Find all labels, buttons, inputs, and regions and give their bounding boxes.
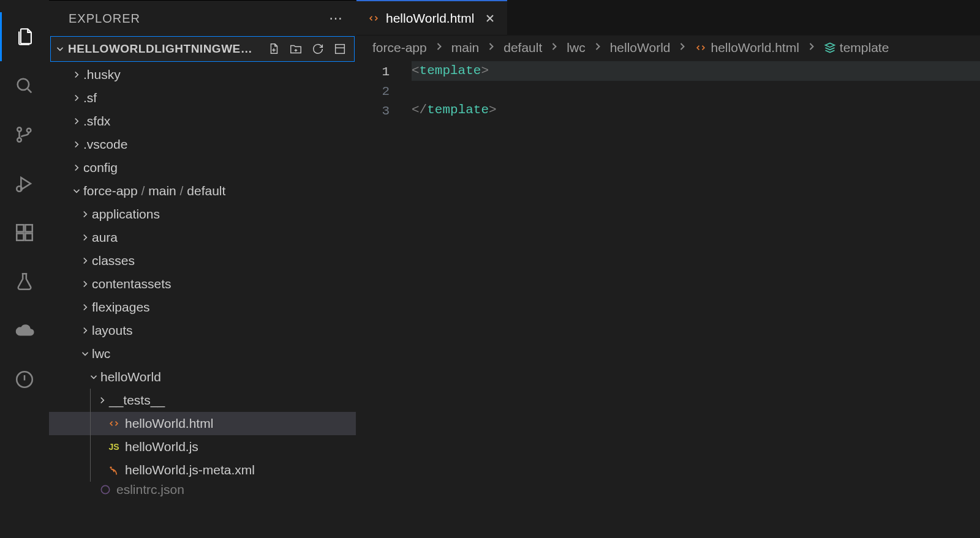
line-number: 3 — [356, 102, 405, 121]
svg-rect-5 — [17, 225, 23, 231]
code-line[interactable] — [412, 81, 980, 100]
project-actions — [267, 42, 350, 56]
html-icon — [695, 42, 707, 54]
svg-point-12 — [101, 485, 109, 493]
svg-point-0 — [17, 79, 28, 90]
file-icon — [99, 484, 111, 496]
chevron-right-icon — [485, 40, 497, 56]
file-tree: .husky.sf.sfdx.vscodeconfigforce-app / m… — [49, 62, 356, 538]
files-icon — [15, 26, 36, 47]
tree-folder[interactable]: .vscode — [49, 133, 356, 156]
tree-folder[interactable]: aura — [49, 226, 356, 249]
branch-icon — [14, 124, 35, 145]
svg-rect-7 — [17, 233, 23, 240]
svg-point-1 — [17, 127, 21, 132]
chevron-right-icon — [548, 40, 560, 56]
tree-folder[interactable]: helloWorld — [49, 365, 356, 389]
breadcrumb-item[interactable]: force-app — [372, 40, 427, 55]
tree-folder[interactable]: applications — [49, 203, 356, 226]
tree-folder[interactable]: .husky — [49, 63, 356, 86]
chevron-right-icon — [676, 40, 688, 56]
chevron-right-icon — [805, 40, 818, 56]
svg-rect-10 — [336, 45, 345, 54]
tab-active[interactable]: helloWorld.html — [356, 0, 507, 35]
activity-scm[interactable] — [0, 110, 49, 159]
flask-icon — [14, 271, 35, 292]
tree-file[interactable]: JShelloWorld.js — [49, 435, 356, 458]
breadcrumb-item[interactable]: main — [451, 40, 480, 55]
new-folder-icon[interactable] — [289, 42, 303, 56]
tree-folder[interactable]: contentassets — [49, 272, 356, 296]
activity-search[interactable] — [0, 61, 49, 110]
tree-folder[interactable]: .sfdx — [49, 110, 356, 133]
cloud-icon — [14, 320, 35, 341]
code-line[interactable]: <template> — [412, 61, 980, 81]
tree-folder[interactable]: .sf — [49, 86, 356, 110]
breadcrumb-item[interactable]: helloWorld — [610, 40, 671, 55]
activity-extensions[interactable] — [0, 208, 49, 257]
tree-file[interactable]: helloWorld.html — [49, 412, 356, 435]
activity-bar — [0, 0, 49, 538]
tree-folder[interactable]: force-app / main / default — [49, 179, 356, 203]
close-icon[interactable] — [484, 12, 496, 24]
explorer-header: EXPLORER ⋯ — [49, 1, 356, 36]
tree-file[interactable]: eslintrc.json — [49, 482, 356, 498]
refresh-icon[interactable] — [311, 42, 325, 56]
breadcrumbs[interactable]: force-appmaindefaultlwchelloWorldhelloWo… — [356, 35, 980, 60]
activity-testing[interactable] — [0, 257, 49, 306]
activity-issues[interactable] — [0, 355, 49, 404]
alert-icon — [14, 369, 35, 390]
svg-rect-6 — [25, 225, 32, 231]
explorer-sidebar: EXPLORER ⋯ HELLOWORLDLIGHTNINGWE… .husky… — [49, 0, 356, 538]
file-icon: JS — [108, 441, 120, 453]
code-content[interactable]: <template> </template> — [405, 61, 980, 538]
editor-pane: helloWorld.html force-appmaindefaultlwch… — [356, 0, 980, 538]
svg-rect-8 — [25, 233, 32, 240]
search-icon — [14, 75, 35, 96]
project-name: HELLOWORLDLIGHTNINGWE… — [68, 42, 267, 56]
tree-folder[interactable]: flexipages — [49, 296, 356, 319]
svg-point-11 — [110, 466, 111, 468]
chevron-right-icon — [433, 40, 445, 56]
activity-debug[interactable] — [0, 159, 49, 208]
breadcrumb-item[interactable]: lwc — [567, 40, 585, 55]
tree-folder[interactable]: lwc — [49, 342, 356, 365]
activity-salesforce[interactable] — [0, 306, 49, 355]
tab-bar: helloWorld.html — [356, 0, 980, 35]
file-icon — [108, 417, 120, 430]
file-icon — [108, 464, 120, 476]
tree-folder[interactable]: config — [49, 156, 356, 179]
line-number: 2 — [356, 82, 405, 102]
breadcrumb-item[interactable]: default — [503, 40, 542, 55]
html-icon — [368, 12, 380, 24]
code-editor[interactable]: 123 <template> </template> — [356, 60, 980, 538]
explorer-more-button[interactable]: ⋯ — [329, 10, 342, 26]
tree-folder[interactable]: classes — [49, 249, 356, 272]
chevron-down-icon — [55, 43, 66, 54]
activity-explorer[interactable] — [0, 12, 49, 61]
extensions-icon — [14, 222, 35, 243]
explorer-title: EXPLORER — [69, 12, 140, 26]
collapse-icon[interactable] — [333, 42, 347, 56]
tree-folder[interactable]: __tests__ — [49, 389, 356, 412]
tree-folder[interactable]: layouts — [49, 319, 356, 342]
line-gutter: 123 — [356, 61, 405, 538]
code-line[interactable]: </template> — [412, 100, 980, 120]
chevron-right-icon — [592, 40, 604, 56]
debug-icon — [14, 173, 35, 194]
svg-point-2 — [17, 138, 21, 142]
tree-file[interactable]: helloWorld.js-meta.xml — [49, 458, 356, 482]
project-header[interactable]: HELLOWORLDLIGHTNINGWE… — [50, 36, 355, 62]
new-file-icon[interactable] — [267, 42, 281, 56]
tab-filename: helloWorld.html — [386, 11, 474, 26]
svg-point-3 — [26, 129, 31, 133]
breadcrumb-item[interactable]: template — [824, 40, 889, 55]
line-number: 1 — [356, 62, 405, 82]
breadcrumb-item[interactable]: helloWorld.html — [695, 40, 799, 55]
symbol-icon — [824, 42, 836, 54]
